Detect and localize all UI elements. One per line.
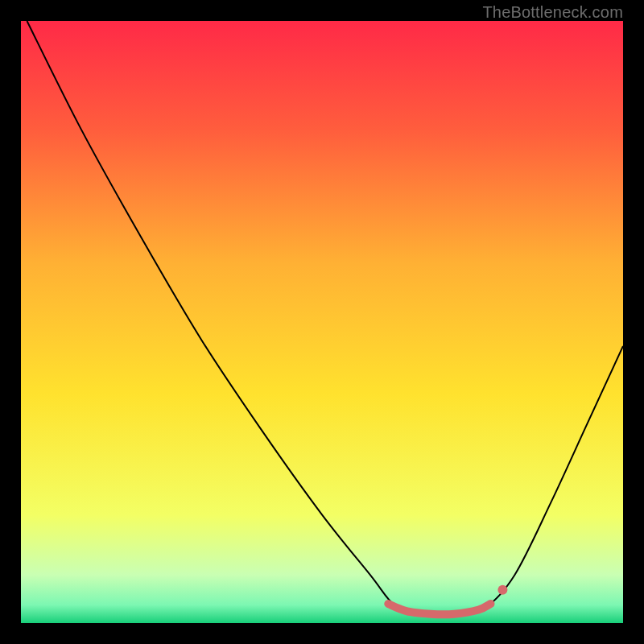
gradient-background — [21, 21, 623, 623]
bottleneck-chart — [21, 21, 623, 623]
highlight-marker — [497, 585, 507, 595]
plot-area — [21, 21, 623, 623]
outer-frame: TheBottleneck.com — [0, 0, 644, 644]
watermark-text: TheBottleneck.com — [21, 3, 623, 22]
